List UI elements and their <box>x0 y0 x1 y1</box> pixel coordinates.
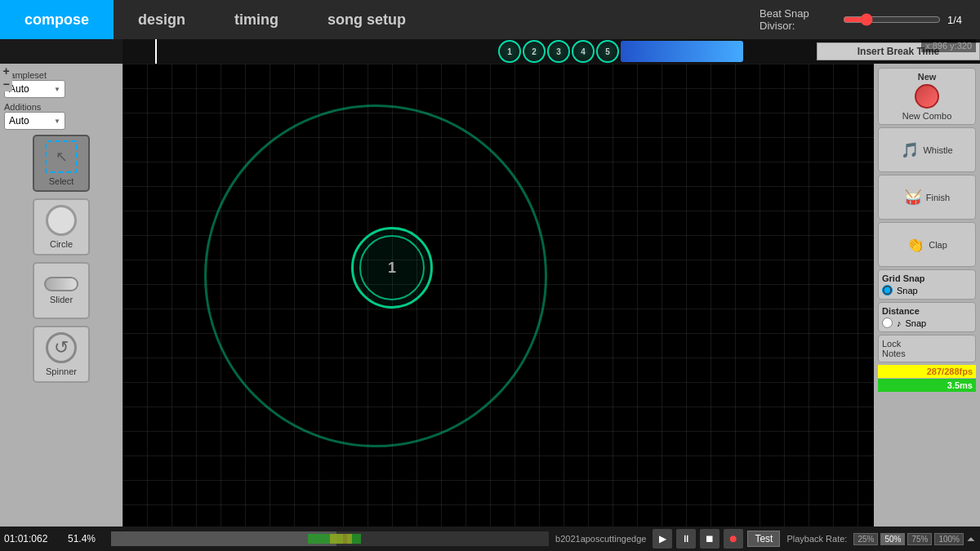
rate-75-button[interactable]: 75% <box>907 533 932 545</box>
additions-value: Auto <box>9 115 29 127</box>
grid-snap-radio[interactable] <box>882 285 893 295</box>
clap-icon: 👏 <box>906 236 924 254</box>
tool-slider-button[interactable]: Slider <box>33 262 90 319</box>
playback-rate-controls: 25% 50% 75% 100% ⏶ <box>853 533 976 545</box>
tool-circle-button[interactable]: Circle <box>33 198 90 256</box>
zoom-out-button[interactable]: − <box>2 78 9 90</box>
distance-snap-title: Distance <box>882 306 972 316</box>
timeline-segment-yellow <box>330 534 352 544</box>
tab-compose[interactable]: compose <box>0 0 114 39</box>
record-button[interactable]: ⏺ <box>724 529 743 549</box>
new-combo-icon <box>915 84 939 109</box>
play-button[interactable]: ▶ <box>653 529 672 549</box>
distance-snap-row: ♪ Snap <box>882 318 972 328</box>
zoom-controls: + − <box>0 64 12 91</box>
tool-select-button[interactable]: ↖ Select <box>33 135 90 192</box>
new-combo-button[interactable]: New New Combo <box>878 68 976 125</box>
beat-snap-slider[interactable] <box>843 13 941 26</box>
stop-button[interactable]: ⏹ <box>700 529 719 549</box>
playback-controls: ▶ ⏸ ⏹ ⏺ Test <box>653 529 780 549</box>
notes-label: Notes <box>882 349 972 358</box>
sampleset-dropdown[interactable]: Auto ▼ <box>4 80 65 98</box>
tab-design[interactable]: design <box>114 0 210 39</box>
fps-counter: 287/288fps <box>878 365 976 378</box>
timeline-circle-2: 2 <box>523 40 546 63</box>
right-toolbar: New New Combo 🎵 Whistle 🥁 Finish 👏 Clap … <box>874 64 980 527</box>
rate-25-button[interactable]: 25% <box>853 533 878 545</box>
editor-area[interactable]: 1 <box>122 64 874 527</box>
fps-area: 287/288fps 3.5ms <box>878 365 976 392</box>
distance-snap-section: Distance ♪ Snap <box>878 302 976 332</box>
distance-snap-subtitle: Snap <box>906 318 927 328</box>
percent-display: 51.4% <box>68 533 105 544</box>
tab-timing[interactable]: timing <box>210 0 303 39</box>
top-nav-bar: compose design timing song setup Beat Sn… <box>0 0 980 39</box>
lock-notes-section: Lock Notes <box>878 335 976 362</box>
additions-label: Additions <box>4 102 41 112</box>
rate-100-button[interactable]: 100% <box>934 533 964 545</box>
beat-snap-area: Beat Snap Divisor: 1/4 <box>751 0 980 39</box>
ms-counter: 3.5ms <box>878 379 976 392</box>
circle-icon <box>46 205 77 236</box>
select-icon: ↖ <box>45 140 78 173</box>
pause-button[interactable]: ⏸ <box>676 529 696 549</box>
rate-chevron-icon[interactable]: ⏶ <box>966 533 976 544</box>
timeline-fill <box>111 531 336 546</box>
new-label: New <box>918 72 937 82</box>
whistle-label: Whistle <box>923 145 952 155</box>
rate-50-button[interactable]: 50% <box>880 533 905 545</box>
tool-slider-label: Slider <box>50 295 73 304</box>
timeline-circle-1: 1 <box>498 40 521 63</box>
sampleset-arrow-icon: ▼ <box>54 86 60 93</box>
right-toolbar-top: New New Combo 🎵 Whistle 🥁 Finish 👏 Clap … <box>878 68 976 392</box>
additions-dropdown[interactable]: Auto ▼ <box>4 112 65 130</box>
timeline-progress-bar[interactable] <box>111 531 549 546</box>
distance-snap-radio[interactable] <box>882 318 893 328</box>
hit-circle-number: 1 <box>388 260 396 277</box>
playback-rate-label: Playback Rate: <box>786 534 847 544</box>
timeline-cursor <box>155 39 157 64</box>
combo-label: New Combo <box>902 111 952 121</box>
spinner-icon: ↺ <box>46 332 77 363</box>
tool-spinner-button[interactable]: ↺ Spinner <box>33 326 90 383</box>
timeline-circle-4: 4 <box>572 40 595 63</box>
timeline-blue-bar <box>621 41 743 62</box>
tab-song-setup[interactable]: song setup <box>303 0 430 39</box>
whistle-button[interactable]: 🎵 Whistle <box>878 127 976 172</box>
hit-circle-inner: 1 <box>359 235 425 300</box>
song-label: b2021aposcuttingedge <box>555 534 646 544</box>
finish-button[interactable]: 🥁 Finish <box>878 175 976 220</box>
distance-snap-note-icon: ♪ <box>897 318 902 328</box>
bottom-bar: 01:01:062 51.4% b2021aposcuttingedge ▶ ⏸… <box>0 527 980 551</box>
grid-snap-row: Snap <box>882 285 972 295</box>
beat-snap-label: Beat Snap Divisor: <box>760 7 836 32</box>
tool-circle-label: Circle <box>50 239 73 249</box>
finish-label: Finish <box>926 193 950 202</box>
additions-arrow-icon: ▼ <box>54 118 60 125</box>
grid-snap-title: Grid Snap <box>882 273 972 283</box>
tool-spinner-label: Spinner <box>46 367 77 376</box>
test-button[interactable]: Test <box>747 531 780 547</box>
editor-grid: 1 <box>122 64 874 527</box>
hit-circle[interactable]: 1 <box>351 227 433 309</box>
time-display: 01:01:062 <box>4 533 61 544</box>
zoom-in-button[interactable]: + <box>2 65 9 77</box>
whistle-icon: 🎵 <box>901 141 919 159</box>
lock-label: Lock <box>882 339 972 349</box>
clap-button[interactable]: 👏 Clap <box>878 222 976 267</box>
coords-display: x:896 y:320 <box>921 39 976 52</box>
slider-icon <box>44 277 78 291</box>
timeline-circle-3: 3 <box>547 40 570 63</box>
grid-snap-section: Grid Snap Snap <box>878 269 976 300</box>
tool-select-label: Select <box>49 176 74 186</box>
left-sidebar: Sampleset Auto ▼ Additions Auto ▼ ↖ Sele… <box>0 64 122 527</box>
beat-snap-value: 1/4 <box>947 14 972 26</box>
timeline-circle-5: 5 <box>596 40 619 63</box>
clap-label: Clap <box>929 240 947 250</box>
grid-snap-subtitle: Snap <box>897 286 918 295</box>
finish-icon: 🥁 <box>904 189 922 207</box>
